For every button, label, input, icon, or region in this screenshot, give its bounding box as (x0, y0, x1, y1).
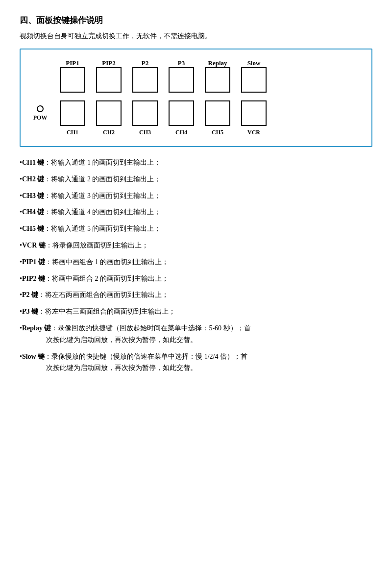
list-item: •VCR 键：将录像回放画面切到主输出上； (20, 240, 372, 251)
description-list: •CH1 键：将输入通道 1 的画面切到主输出上； •CH2 键：将输入通道 2… (20, 157, 372, 374)
list-item: •P2 键：将左右两画面组合的画面切到主输出上； (20, 289, 372, 301)
indent-text: 次按此键为启动回放，再次按为暂停，如此交替。 (20, 334, 372, 346)
key-name: Slow 键 (22, 353, 45, 360)
button-pip1[interactable] (60, 67, 85, 93)
top-buttons-row (30, 67, 357, 93)
label-vcr: VCR (241, 129, 267, 136)
list-item: •PIP1 键：将画中画组合 1 的画面切到主输出上； (20, 256, 372, 268)
label-ch5: CH5 (205, 129, 230, 136)
label-slow: Slow (241, 59, 267, 67)
key-name: VCR 键 (22, 242, 46, 249)
button-ch1[interactable] (60, 100, 85, 126)
bottom-buttons-group (60, 100, 267, 126)
key-name: Replay 键 (22, 324, 51, 332)
label-ch2: CH2 (96, 129, 122, 136)
list-item: •PIP2 键：将画中画组合 2 的画面切到主输出上； (20, 273, 372, 285)
label-ch1: CH1 (60, 129, 85, 136)
button-ch2[interactable] (96, 100, 122, 126)
label-pip1: PIP1 (60, 59, 85, 67)
label-ch4: CH4 (169, 129, 194, 136)
button-slow[interactable] (241, 67, 267, 93)
label-replay: Replay (205, 59, 230, 67)
bottom-buttons-row: POW (30, 100, 357, 126)
key-name: CH4 键 (22, 208, 45, 216)
indent-text-slow: 次按此键为启动回放，再次按为暂停，如此交替。 (20, 362, 372, 374)
list-item: •Slow 键：录像慢放的快捷键（慢放的倍速在菜单中选择：慢 1/2/4 倍）；… (20, 351, 372, 374)
label-p3: P3 (169, 59, 194, 67)
button-p2[interactable] (132, 67, 158, 93)
key-name: P2 键 (22, 291, 38, 298)
list-item: •CH3 键：将输入通道 3 的画面切到主输出上； (20, 190, 372, 202)
label-pip2: PIP2 (96, 59, 122, 67)
bottom-labels-row: CH1 CH2 CH3 CH4 CH5 VCR (60, 129, 357, 136)
key-name: CH1 键 (22, 159, 45, 166)
button-pip2[interactable] (96, 67, 122, 93)
key-name: P3 键 (22, 308, 38, 315)
key-name: CH2 键 (22, 175, 45, 183)
pow-area-visible: POW (30, 105, 50, 122)
section-title: 四、面板按键操作说明 (20, 15, 372, 26)
key-name: CH5 键 (22, 225, 45, 232)
list-item: •CH1 键：将输入通道 1 的画面切到主输出上； (20, 157, 372, 169)
list-item: •CH2 键：将输入通道 2 的画面切到主输出上； (20, 173, 372, 185)
list-item: •CH5 键：将输入通道 5 的画面切到主输出上； (20, 223, 372, 235)
key-name: PIP2 键 (22, 275, 45, 282)
top-labels-row: PIP1 PIP2 P2 P3 Replay Slow (60, 59, 357, 67)
key-name: PIP1 键 (22, 258, 45, 266)
pow-label-visible: POW (33, 114, 48, 122)
intro-text: 视频切换台自身可独立完成切换工作，无软件，不需连接电脑。 (20, 32, 372, 41)
list-item: •P3 键：将左中右三画面组合的画面切到主输出上； (20, 306, 372, 318)
label-ch3: CH3 (132, 129, 158, 136)
button-ch3[interactable] (132, 100, 158, 126)
key-name: CH3 键 (22, 192, 45, 199)
panel-diagram: PIP1 PIP2 P2 P3 Replay Slow POW (20, 49, 372, 147)
top-buttons-group (60, 67, 267, 93)
pow-circle-visible (37, 105, 44, 112)
button-p3[interactable] (169, 67, 194, 93)
list-item: •CH4 键：将输入通道 4 的画面切到主输出上； (20, 206, 372, 218)
button-ch4[interactable] (169, 100, 194, 126)
label-p2: P2 (132, 59, 158, 67)
button-vcr[interactable] (241, 100, 267, 126)
button-replay[interactable] (205, 67, 230, 93)
button-ch5[interactable] (205, 100, 230, 126)
list-item: •Replay 键：录像回放的快捷键（回放起始时间在菜单中选择：5-60 秒）；… (20, 322, 372, 346)
